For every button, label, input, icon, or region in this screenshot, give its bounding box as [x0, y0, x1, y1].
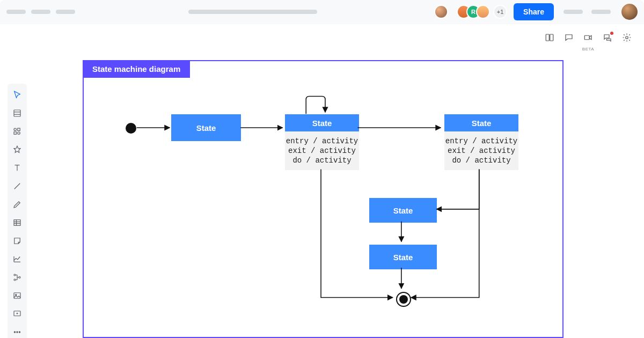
- initial-state-node[interactable]: [126, 123, 136, 134]
- frame-tool-icon[interactable]: [8, 104, 27, 122]
- activity-line: exit / activity: [448, 146, 515, 155]
- presence-avatar[interactable]: [476, 5, 490, 19]
- svg-point-28: [19, 332, 20, 333]
- line-tool-icon[interactable]: [8, 177, 27, 195]
- frame-title[interactable]: State machine diagram: [83, 60, 190, 78]
- svg-point-26: [14, 332, 15, 333]
- state-node[interactable]: State: [285, 114, 359, 131]
- svg-rect-14: [14, 220, 20, 226]
- state-node[interactable]: State: [369, 245, 437, 269]
- svg-line-13: [14, 183, 20, 189]
- share-button[interactable]: Share: [514, 3, 554, 20]
- title-placeholder: [188, 10, 317, 14]
- svg-point-10: [18, 132, 20, 135]
- activity-line: exit / activity: [288, 146, 356, 155]
- toolbar-placeholder: [564, 10, 583, 14]
- menu-placeholder: [56, 10, 75, 14]
- connector-tool-icon[interactable]: [8, 268, 27, 286]
- beta-badge: BETA: [582, 47, 594, 52]
- state-node[interactable]: State: [369, 198, 437, 223]
- table-tool-icon[interactable]: [8, 214, 27, 232]
- tool-strip: [8, 84, 27, 338]
- svg-rect-0: [546, 34, 549, 41]
- pen-tool-icon[interactable]: [8, 195, 27, 214]
- comments-icon[interactable]: [560, 29, 577, 46]
- svg-point-3: [626, 36, 628, 39]
- menu-placeholder-group: [6, 10, 75, 14]
- state-node[interactable]: State: [171, 114, 241, 141]
- toolbar-placeholder: [591, 10, 611, 14]
- view-toolbar: BETA: [541, 29, 635, 46]
- chat-icon[interactable]: [599, 29, 616, 46]
- menu-placeholder: [6, 10, 26, 14]
- canvas-frame[interactable]: State machine diagram State State entry …: [83, 60, 564, 338]
- comment-tool-icon[interactable]: [8, 305, 27, 323]
- presence-avatar-stack[interactable]: R: [457, 5, 490, 19]
- image-tool-icon[interactable]: [8, 286, 27, 305]
- svg-rect-21: [14, 293, 20, 299]
- svg-rect-9: [14, 132, 17, 135]
- svg-point-18: [14, 274, 16, 276]
- profile-avatar[interactable]: [621, 4, 638, 20]
- presence-avatar[interactable]: [434, 5, 448, 19]
- sticky-note-tool-icon[interactable]: [8, 232, 27, 250]
- state-node[interactable]: State: [444, 114, 518, 131]
- star-tool-icon[interactable]: [8, 141, 27, 159]
- select-tool-icon[interactable]: [8, 86, 27, 104]
- video-icon[interactable]: BETA: [580, 29, 597, 46]
- final-state-node[interactable]: [396, 292, 411, 307]
- svg-point-19: [14, 279, 16, 281]
- menu-placeholder: [31, 10, 50, 14]
- state-activities[interactable]: entry / activity exit / activity do / ac…: [444, 131, 518, 170]
- chart-tool-icon[interactable]: [8, 250, 27, 268]
- top-bar: R +1 Share: [0, 0, 644, 24]
- edge-layer: [84, 61, 562, 337]
- settings-icon[interactable]: [618, 29, 635, 46]
- presence-overflow-badge[interactable]: +1: [493, 5, 507, 19]
- svg-rect-8: [18, 128, 20, 131]
- svg-rect-1: [550, 34, 553, 41]
- activity-line: do / activity: [452, 156, 510, 165]
- more-tools-icon[interactable]: [8, 323, 27, 338]
- svg-rect-2: [584, 35, 589, 40]
- svg-point-27: [17, 332, 18, 333]
- state-activities[interactable]: entry / activity exit / activity do / ac…: [285, 131, 359, 170]
- svg-point-20: [19, 277, 20, 278]
- notification-dot-icon: [610, 32, 613, 35]
- activity-line: do / activity: [292, 156, 351, 165]
- activity-line: entry / activity: [445, 137, 517, 145]
- activity-line: entry / activity: [286, 137, 358, 145]
- text-tool-icon[interactable]: [8, 159, 27, 177]
- svg-point-7: [14, 128, 17, 131]
- shapes-tool-icon[interactable]: [8, 122, 27, 141]
- svg-rect-4: [14, 110, 20, 116]
- panels-icon[interactable]: [541, 29, 558, 46]
